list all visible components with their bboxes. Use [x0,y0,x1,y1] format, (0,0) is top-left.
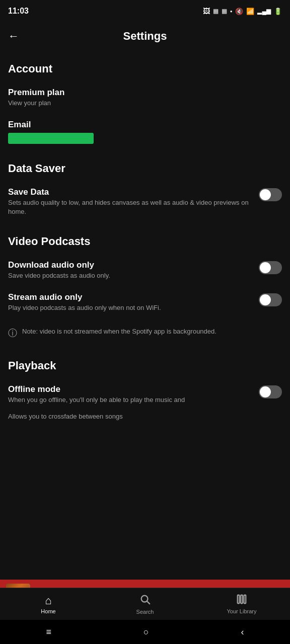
save-data-title: Save Data [8,187,251,197]
nav-item-search[interactable]: Search [97,594,193,615]
download-audio-only-item: Download audio only Save video podcasts … [0,254,290,286]
svg-rect-3 [241,595,243,604]
email-item: Email [0,114,290,150]
stream-audio-only-subtitle: Play video podcasts as audio only when n… [8,303,251,312]
save-data-subtitle: Sets audio quality to low, and hides can… [8,198,251,216]
svg-line-1 [147,601,150,604]
premium-plan-subtitle: View your plan [8,99,274,108]
recents-button[interactable]: ≡ [46,627,51,637]
calendar-icon: ▦ [213,8,219,15]
download-audio-only-subtitle: Save video podcasts as audio only. [8,271,251,280]
stream-audio-only-item: Stream audio only Play video podcasts as… [0,286,290,318]
home-icon: ⌂ [45,594,51,607]
battery-icon: 🔋 [274,8,282,15]
data-saver-section: Data Saver Save Data Sets audio quality … [0,150,290,222]
playback-section: Playback Offline mode When you go offlin… [0,347,290,426]
page-title: Settings [27,30,263,43]
search-label: Search [136,609,154,615]
bottom-nav: ⌂ Home Search Your Library [0,588,290,620]
home-system-button[interactable]: ○ [143,627,149,637]
video-podcasts-section: Video Podcasts Download audio only Save … [0,223,290,347]
signal-icon: ▂▄▆ [257,8,271,15]
search-icon [139,594,151,608]
download-audio-only-title: Download audio only [8,260,251,270]
home-label: Home [41,608,55,614]
email-redacted-block [8,133,94,144]
stream-audio-only-toggle[interactable] [259,293,282,306]
save-data-toggle[interactable] [259,188,282,201]
crossfade-text: Allows you to crossfade between songs [8,413,282,420]
wifi-icon: 📶 [246,8,254,15]
svg-rect-2 [238,595,240,604]
data-saver-section-header: Data Saver [0,150,290,181]
download-audio-only-toggle[interactable] [259,261,282,274]
playback-section-header: Playback [0,347,290,378]
premium-plan-title: Premium plan [8,88,274,98]
calendar2-icon: ▦ [222,8,227,15]
settings-content: Account Premium plan View your plan Emai… [0,50,290,644]
mute-icon: 🔇 [235,8,243,15]
settings-header: ← Settings [0,22,290,50]
status-bar: 11:03 🖼 ▦ ▦ ● 🔇 📶 ▂▄▆ 🔋 [0,0,290,22]
offline-mode-item: Offline mode When you go offline, you'll… [0,378,290,411]
save-data-item: Save Data Sets audio quality to low, and… [0,181,290,222]
email-title: Email [8,120,274,130]
offline-mode-toggle[interactable] [259,385,282,398]
back-system-button[interactable]: ‹ [241,627,244,637]
video-note-text: Note: video is not streamed when the Spo… [22,327,216,337]
status-icons: 🖼 ▦ ▦ ● 🔇 📶 ▂▄▆ 🔋 [203,7,282,15]
offline-mode-subtitle: When you go offline, you'll only be able… [8,395,251,405]
offline-mode-title: Offline mode [8,384,251,394]
system-nav-bar: ≡ ○ ‹ [0,620,290,644]
nav-item-library[interactable]: Your Library [193,594,290,614]
premium-plan-item[interactable]: Premium plan View your plan [0,82,290,114]
account-section-header: Account [0,50,290,82]
library-label: Your Library [227,608,257,614]
svg-rect-4 [244,595,246,604]
video-podcasts-section-header: Video Podcasts [0,223,290,254]
back-button[interactable]: ← [8,30,19,43]
video-note: ⓘ Note: video is not streamed when the S… [0,318,290,347]
dot-icon: ● [230,9,233,14]
nav-item-home[interactable]: ⌂ Home [0,594,97,614]
photo-icon: 🖼 [203,7,210,15]
stream-audio-only-title: Stream audio only [8,292,251,302]
account-section: Account Premium plan View your plan Emai… [0,50,290,150]
library-icon [236,594,247,607]
crossfade-note: Allows you to crossfade between songs [0,411,290,426]
info-icon: ⓘ [8,327,17,339]
status-time: 11:03 [8,7,29,16]
